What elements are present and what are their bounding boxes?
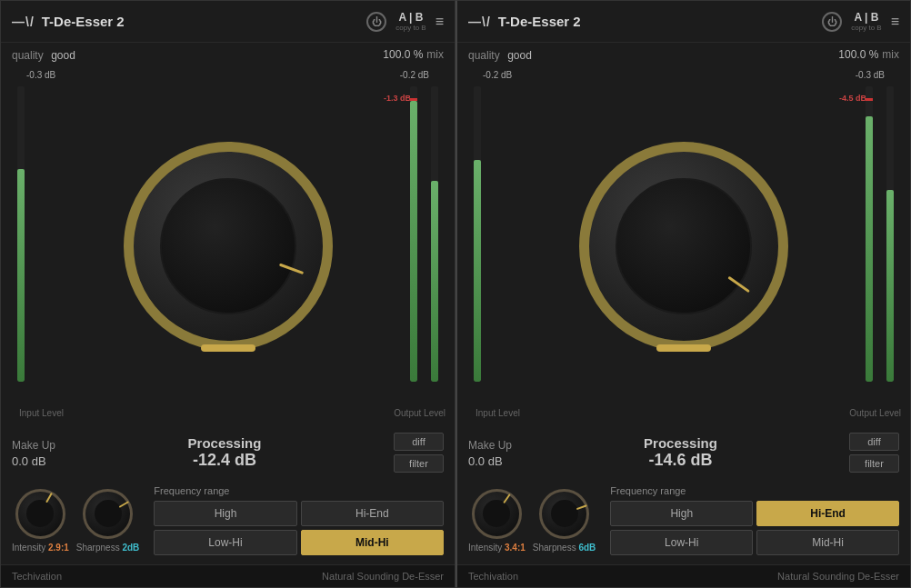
output-vu-fill-right [886,190,894,382]
processing-section-right: Make Up 0.0 dB Processing -14.6 dB diff … [457,425,910,480]
peak-marker-left [410,98,417,101]
logo-icon-right: —\/ [468,15,491,29]
input-vu-meter-right [472,86,483,382]
ab-button-left[interactable]: A | B copy to B [395,11,425,32]
input-db-label-right: -0.2 dB [483,70,512,80]
freq-buttons-left: HighHi-EndLow-HiMid-Hi [154,501,444,555]
intensity-knob-indicator-left [46,493,54,503]
mix-percent-left: 100.0 % [383,48,423,61]
bottom-controls-left: Intensity 2.9:1 Sharpness 2dB Frequency … [1,480,455,564]
processing-section-left: Make Up 0.0 dB Processing -12.4 dB diff … [1,425,455,480]
main-knob-container-left[interactable] [119,137,337,355]
freq-btn-high-left[interactable]: High [154,501,296,526]
menu-button-right[interactable]: ≡ [891,14,899,30]
freq-btn-mid-hi-left[interactable]: Mid-Hi [301,530,444,555]
processing-center-right: Processing -14.6 dB [644,435,717,470]
sharpness-knob-container-right: Sharpness 6dB [533,489,596,553]
main-display-left: -0.3 dB -0.2 dB -1.3 dB [1,66,455,425]
sharpness-label-left: Sharpness 2dB [76,543,140,553]
output-db-label-left: -0.2 dB [400,70,429,80]
quality-row-left: quality good 100.0 % mix [1,43,455,66]
logo-icon-left: —\/ [12,15,35,29]
intensity-knob-right[interactable] [472,489,522,539]
sharpness-knob-left[interactable] [83,489,133,539]
make-up-value-left: 0.0 dB [12,454,46,468]
quality-value-left: good [51,49,75,62]
sharpness-knob-right[interactable] [539,489,589,539]
plugin-title-left: T-De-Esser 2 [42,14,367,29]
diff-filter-buttons-right: diff filter [849,433,899,473]
input-vu-fill-left [17,169,25,382]
input-vu-meter-left [15,86,26,382]
mix-label-right: mix [882,48,899,61]
intensity-knob-container-right: Intensity 3.4:1 [468,489,526,553]
input-level-label-left: Input Level [19,408,64,418]
freq-btn-mid-hi-right[interactable]: Mid-Hi [756,530,899,555]
processing-value-right: -14.6 dB [644,451,717,470]
make-up-label-right: Make Up [468,439,512,452]
processing-value-left: -12.4 dB [188,451,262,470]
processing-label-left: Processing [188,435,262,451]
diff-button-right[interactable]: diff [849,433,899,451]
output-vu-fill-left [431,181,438,382]
copy-label-left: copy to B [395,24,425,32]
output-db-label-right: -0.3 dB [856,70,885,80]
peak-vu-meter-right [863,86,876,382]
knob-bottom-arc-left [201,344,255,352]
footer-tagline-left: Natural Sounding De-Esser [322,571,444,582]
make-up-value-right: 0.0 dB [468,454,503,468]
footer-left: Techivation Natural Sounding De-Esser [1,564,455,587]
freq-btn-low-hi-right[interactable]: Low-Hi [610,530,753,555]
power-button-right[interactable]: ⏻ [822,12,842,32]
output-level-label-right: Output Level [849,408,901,418]
sharpness-knob-indicator-right [576,504,586,510]
knob-bottom-arc-right [656,344,711,352]
freq-range-label-left: Frequency range [154,485,444,496]
header-right: —\/ T-De-Esser 2 ⏻ A | B copy to B ≡ [457,1,910,43]
power-button-left[interactable]: ⏻ [366,12,386,32]
input-db-label-left: -0.3 dB [26,70,55,80]
peak-vu-meter-left [407,86,420,382]
diff-button-left[interactable]: diff [394,433,444,451]
footer-company-right: Techivation [468,571,518,582]
freq-btn-low-hi-left[interactable]: Low-Hi [154,530,296,555]
peak-vu-fill-right [866,116,873,383]
copy-label-right: copy to B [851,24,881,32]
sharpness-knob-container-left: Sharpness 2dB [76,489,140,553]
intensity-knob-container-left: Intensity 2.9:1 [12,489,69,553]
input-vu-fill-right [474,160,481,382]
quality-value-right: good [507,49,532,62]
plugin-instance-right: —\/ T-De-Esser 2 ⏻ A | B copy to B ≡ qua… [456,0,911,588]
make-up-label-left: Make Up [12,439,55,452]
bottom-controls-right: Intensity 3.4:1 Sharpness 6dB Frequency … [457,480,910,564]
ab-button-right[interactable]: A | B copy to B [851,11,881,32]
intensity-knob-left[interactable] [15,489,65,539]
footer-company-left: Techivation [12,571,62,582]
quality-label-right: quality [468,49,500,62]
freq-btn-hi-end-left[interactable]: Hi-End [301,501,444,526]
sharpness-knob-indicator-left [118,501,128,508]
mix-percent-right: 100.0 % [838,48,878,61]
freq-buttons-right: HighHi-EndLow-HiMid-Hi [610,501,899,555]
main-knob-container-right[interactable] [575,137,793,355]
freq-btn-hi-end-right[interactable]: Hi-End [756,501,899,526]
menu-button-left[interactable]: ≡ [435,14,444,30]
plugin-instance-left: —\/ T-De-Esser 2 ⏻ A | B copy to B ≡ qua… [0,0,456,588]
input-level-label-right: Input Level [476,408,520,418]
ab-label-left: A | B [399,11,424,24]
output-vu-meter-left [429,86,440,382]
ab-label-right: A | B [855,11,879,24]
output-vu-meter-right [885,86,896,382]
sharpness-label-right: Sharpness 6dB [533,543,596,553]
plugin-title-right: T-De-Esser 2 [498,14,823,29]
filter-button-left[interactable]: filter [394,454,444,473]
quality-row-right: quality good 100.0 % mix [457,43,910,66]
intensity-label-left: Intensity 2.9:1 [12,543,69,553]
filter-button-right[interactable]: filter [849,454,899,473]
intensity-knob-indicator-right [504,493,512,503]
processing-label-right: Processing [644,435,717,451]
processing-center-left: Processing -12.4 dB [188,435,262,470]
freq-btn-high-right[interactable]: High [610,501,753,526]
freq-range-container-left: Frequency range HighHi-EndLow-HiMid-Hi [154,485,444,555]
intensity-label-right: Intensity 3.4:1 [468,543,526,553]
